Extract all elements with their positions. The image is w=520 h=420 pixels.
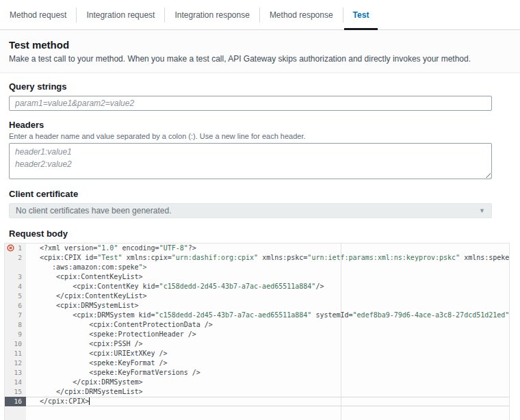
code-line[interactable]: 2<cpix:CPIX id="Test" xmlns:cpix="urn:da… [5,253,509,263]
line-number: 4 [5,282,26,291]
code-text: <cpix:PSSH /> [26,339,509,349]
query-strings-label: Query strings [9,81,492,92]
line-number [5,263,26,272]
page-title: Test method [9,39,510,51]
main-content: Query strings Headers Enter a header nam… [0,81,520,420]
code-text: <cpix:ContentProtectionData /> [26,320,509,330]
line-number: 11 [5,349,26,358]
tab-label: Test [353,10,369,20]
code-line[interactable]: 3 <cpix:ContentKeyList> [5,272,509,282]
code-line[interactable]: 7 <cpix:DRMSystem kid="c158dedd-2d45-43b… [5,311,509,320]
chevron-down-icon: ▼ [479,208,485,214]
line-number: 14 [5,378,26,387]
tab-label: Integration request [86,10,155,20]
code-text: <speke:KeyFormat /> [26,358,509,368]
tab-bar: Method requestIntegration requestIntegra… [0,0,520,30]
client-certificate-label: Client certificate [9,189,492,199]
tab-test[interactable]: Test [343,0,379,29]
line-number: 8 [5,320,26,330]
headers-textarea[interactable] [9,143,492,179]
request-body-editor[interactable]: 1<?xml version="1.0" encoding="UTF-8"?>2… [4,243,510,420]
code-line[interactable]: 10 <cpix:PSSH /> [5,339,509,349]
code-text: <cpix:URIExtXKey /> [26,349,509,358]
code-text: <cpix:ContentKeyList> [26,272,509,282]
line-number: 3 [5,272,26,282]
tab-method-request[interactable]: Method request [0,0,76,29]
headers-help-text: Enter a header name and value separated … [9,132,492,140]
code-text: <?xml version="1.0" encoding="UTF-8"?> [26,244,509,253]
code-line[interactable]: :aws:amazon:com:speke"> [5,263,509,272]
active-tab-underline [344,28,378,30]
client-certificate-select[interactable]: No client certificates have been generat… [9,203,492,218]
code-text: </cpix:DRMSystemList> [26,387,509,397]
code-line[interactable]: 8 <cpix:ContentProtectionData /> [5,320,509,330]
code-line[interactable]: 16</cpix:CPIX> [5,397,509,406]
tab-integration-request[interactable]: Integration request [77,0,164,29]
line-number: 16 [5,397,26,406]
text-cursor [89,397,90,405]
headers-label: Headers [9,120,492,130]
code-line[interactable]: 9 <speke:ProtectionHeader /> [5,330,509,339]
code-text: <cpix:DRMSystem kid="c158dedd-2d45-43b7-… [26,311,510,320]
code-text: <cpix:DRMSystemList> [26,301,509,311]
code-text: <cpix:CPIX id="Test" xmlns:cpix="urn:das… [26,253,510,263]
code-line[interactable]: 1<?xml version="1.0" encoding="UTF-8"?> [5,244,509,253]
code-text: <cpix:ContentKey kid="c158dedd-2d45-43b7… [26,282,509,291]
tab-method-response[interactable]: Method response [260,0,343,29]
code-text: :aws:amazon:com:speke"> [26,263,509,272]
query-strings-input[interactable] [9,96,492,111]
code-line[interactable]: 14 </cpix:DRMSystem> [5,378,509,387]
line-number: 12 [5,358,26,368]
code-line[interactable]: 13 <speke:KeyFormatVersions /> [5,368,509,378]
code-text: </cpix:ContentKeyList> [26,291,509,301]
tab-integration-response[interactable]: Integration response [165,0,259,29]
tab-label: Integration response [174,10,249,20]
code-line[interactable]: 5 </cpix:ContentKeyList> [5,291,509,301]
test-method-header: Test method Make a test call to your met… [0,30,520,73]
line-number: 6 [5,301,26,311]
code-text: </cpix:CPIX> [26,397,509,406]
code-line[interactable]: 6 <cpix:DRMSystemList> [5,301,509,311]
line-number: 13 [5,368,26,378]
line-number: 5 [5,291,26,301]
line-number: 10 [5,339,26,349]
code-line[interactable]: 11 <cpix:URIExtXKey /> [5,349,509,358]
code-text: <speke:KeyFormatVersions /> [26,368,509,378]
line-number: 2 [5,253,26,263]
client-certificate-value: No client certificates have been generat… [16,206,171,215]
code-line[interactable]: 12 <speke:KeyFormat /> [5,358,509,368]
code-text: </cpix:DRMSystem> [26,378,509,387]
page-description: Make a test call to your method. When yo… [9,54,510,64]
code-line[interactable]: 15 </cpix:DRMSystemList> [5,387,509,397]
code-text: <speke:ProtectionHeader /> [26,330,509,339]
line-number: 7 [5,311,26,320]
tab-label: Method request [10,10,66,20]
code-line[interactable]: 4 <cpix:ContentKey kid="c158dedd-2d45-43… [5,282,509,291]
line-number: 9 [5,330,26,339]
request-body-label: Request body [9,228,492,239]
request-body-editor-rows: 1<?xml version="1.0" encoding="UTF-8"?>2… [5,244,509,406]
line-number: 15 [5,387,26,397]
tab-label: Method response [270,10,333,20]
